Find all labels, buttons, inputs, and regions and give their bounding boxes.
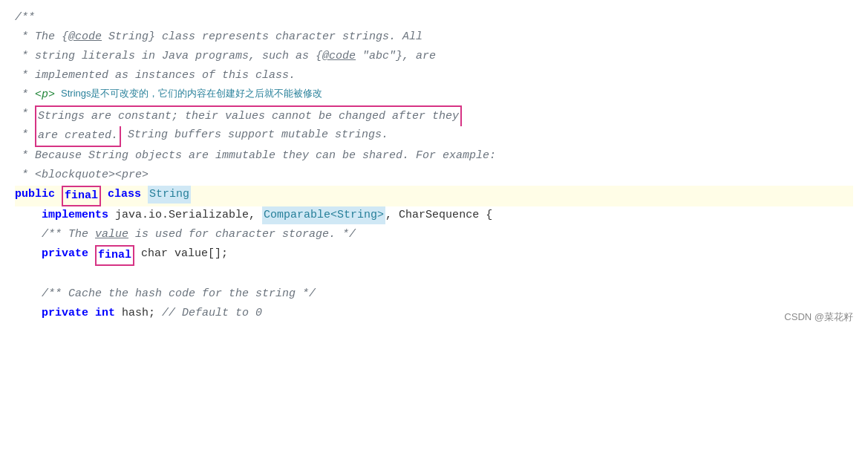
comment-text: * The { (15, 28, 68, 46)
char-text: char value[]; (134, 245, 228, 263)
highlighted-sentence-line1: Strings are constant; their values canno… (35, 105, 462, 126)
comment-text: is used for character storage. */ (128, 226, 356, 244)
comparable-type: Comparable<String> (262, 206, 385, 224)
comment-text: /** The (15, 226, 95, 244)
code-line-10: public final class String (15, 186, 853, 206)
comment-text: * (15, 86, 35, 104)
code-line-2: * The {@code String} class represents ch… (15, 28, 853, 48)
private-keyword: private (42, 245, 88, 263)
comment-text: * implemented as instances of this class… (15, 67, 296, 85)
code-line-12: /** The value is used for character stor… (15, 226, 853, 245)
code-line-8: * Because String objects are immutable t… (15, 147, 853, 166)
space (88, 245, 95, 263)
code-line-11: implements java.io.Serializable, Compara… (15, 206, 853, 226)
space (101, 186, 108, 204)
p-tag: <p> (35, 86, 55, 104)
final-keyword-boxed-2: final (95, 245, 134, 266)
comment-text: * string literals in Java programs, such… (15, 48, 322, 65)
space (141, 186, 148, 204)
indent (15, 245, 42, 263)
space (55, 186, 62, 204)
comment-text: /** Cache the hash code for the string *… (15, 285, 316, 303)
hash-text: hash; (115, 305, 162, 322)
watermark: CSDN @菜花籽 (784, 310, 853, 325)
code-line-16: private int hash; // Default to 0 (15, 305, 853, 324)
code-line-13: private final char value[]; (15, 245, 853, 266)
code-line-5: * <p>Strings是不可改变的，它们的内容在创建好之后就不能被修改 (15, 86, 853, 105)
code-line-9: * <blockquote><pre> (15, 166, 853, 186)
code-viewer: /** * The {@code String} class represent… (0, 0, 868, 333)
int-keyword: int (95, 305, 115, 322)
implements-keyword: implements (42, 206, 108, 224)
int-text (88, 305, 95, 322)
comment-text: String buffers support mutable strings. (121, 126, 388, 144)
code-line-14 (15, 266, 853, 285)
comment-text: * Because String objects are immutable t… (15, 147, 496, 165)
final-keyword-boxed: final (62, 186, 101, 206)
implements-text: java.io.Serializable, (108, 206, 262, 224)
code-line-3: * string literals in Java programs, such… (15, 48, 853, 67)
comment-text: "abc"}, are (356, 48, 436, 65)
default-comment: // Default to 0 (162, 305, 262, 322)
atcode-annotation-2: @code (322, 48, 356, 65)
value-underline: value (95, 226, 128, 244)
comment-text: * (15, 105, 35, 123)
code-line-15: /** Cache the hash code for the string *… (15, 285, 853, 305)
comment-text: * (15, 126, 35, 144)
empty-line (15, 266, 22, 284)
code-line-1: /** (15, 9, 853, 28)
implements-text2: , CharSequence { (385, 206, 492, 224)
highlighted-sentence-line2: are created. (35, 126, 121, 147)
public-keyword: public (15, 186, 55, 204)
comment-text: String} class represents character strin… (102, 28, 422, 46)
atcode-annotation: @code (68, 28, 102, 46)
indent (15, 305, 42, 322)
class-keyword: class (108, 186, 141, 204)
code-line-4: * implemented as instances of this class… (15, 67, 853, 86)
private-keyword-2: private (42, 305, 88, 322)
code-line-7: * are created. String buffers support mu… (15, 126, 853, 147)
implements-line (15, 206, 42, 224)
comment-text: /** (15, 9, 35, 27)
comment-text: * <blockquote><pre> (15, 166, 149, 184)
code-line-6: * Strings are constant; their values can… (15, 105, 853, 126)
string-classname: String (148, 186, 191, 204)
tooltip-annotation: Strings是不可改变的，它们的内容在创建好之后就不能被修改 (61, 86, 322, 102)
